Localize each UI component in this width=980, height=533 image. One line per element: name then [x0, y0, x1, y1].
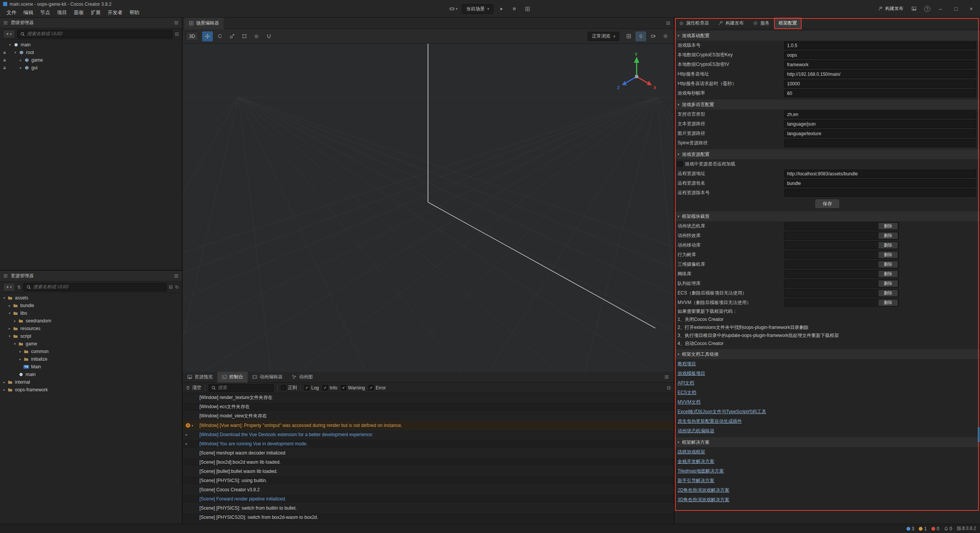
menu-item[interactable]: 文件 — [3, 9, 20, 16]
console-tab[interactable]: 动画图 — [287, 372, 317, 383]
field-input[interactable] — [784, 139, 976, 147]
screenshot-button[interactable] — [909, 4, 919, 14]
assets-add-button[interactable]: +▾ — [3, 283, 15, 291]
log-row[interactable]: ▸[Window] Download the Vue Devtools exte… — [183, 430, 674, 439]
layout-button[interactable] — [523, 4, 532, 14]
delete-button[interactable]: 删除 — [879, 261, 898, 268]
move-tool-button[interactable] — [202, 31, 213, 41]
assets-search-input[interactable]: 搜索名称或 UUID — [23, 283, 167, 291]
log-row[interactable]: [Scene] Forward render pipeline initiali… — [183, 494, 674, 504]
expand-arrow-icon[interactable]: ▸ — [7, 304, 12, 307]
section-header[interactable]: ▾游戏基础配置 — [675, 31, 980, 41]
log-row[interactable]: [Scene] [box2d]:box2d wasm lib loaded. — [183, 458, 674, 467]
scene-select-dropdown[interactable]: 当前场景▾ — [462, 4, 493, 14]
console-collapse-icon[interactable]: ⊟ — [667, 385, 671, 391]
collapse-arrow-icon[interactable]: ▾ — [13, 51, 18, 54]
expand-arrow-icon[interactable]: ▸ — [18, 357, 23, 361]
assets-collapse-icon[interactable]: ⊟ — [169, 284, 173, 290]
rotate-tool-button[interactable] — [214, 31, 225, 41]
console-filter-error[interactable]: Error — [369, 385, 386, 391]
log-row[interactable]: !▸[Window] [Vue warn]: Property "onInput… — [183, 421, 674, 430]
dimension-toggle-button[interactable]: 3D — [186, 32, 198, 41]
log-row[interactable]: [Scene] [PHYSICS]: switch from builtin t… — [183, 504, 674, 513]
delete-button[interactable]: 删除 — [879, 232, 898, 239]
preview-platform-button[interactable]: ▾ — [448, 4, 459, 14]
doc-link[interactable]: 新手引导解决方案 — [678, 477, 714, 484]
help-button[interactable]: ? — [924, 6, 930, 12]
assets-sort-icon[interactable]: ⇅ — [17, 284, 21, 290]
console-panel-menu-icon[interactable] — [664, 374, 669, 379]
delete-button[interactable]: 删除 — [879, 290, 898, 296]
log-row[interactable]: [Scene] meshopt wasm decoder initialized — [183, 448, 674, 458]
tree-row[interactable]: ▾libs — [0, 309, 182, 317]
expand-arrow-icon[interactable]: ▸ — [18, 66, 23, 70]
doc-link[interactable]: 2D角色扮演游戏解决方案 — [678, 487, 729, 494]
delete-button[interactable]: 删除 — [879, 242, 898, 249]
doc-link[interactable]: API文档 — [678, 380, 694, 386]
notification-bell[interactable]: 0 — [944, 526, 952, 531]
doc-link[interactable]: ECS文档 — [678, 389, 696, 396]
hierarchy-options-icon[interactable] — [174, 20, 179, 25]
delete-button[interactable]: 删除 — [879, 280, 898, 287]
build-publish-button[interactable]: 构建发布 — [878, 5, 903, 12]
inspector-scrollbar[interactable] — [978, 427, 980, 442]
console-filter-warning[interactable]: Warning — [341, 385, 365, 391]
doc-link[interactable]: Excel格式转Json文件与TypeScript代码工具 — [678, 409, 766, 415]
tree-row[interactable]: ▸resources — [0, 325, 182, 332]
console-regex-checkbox[interactable]: 正则 — [281, 384, 297, 391]
field-input[interactable]: language/json — [784, 120, 976, 128]
field-input[interactable]: oops — [784, 51, 976, 59]
field-input[interactable]: 60 — [784, 89, 976, 97]
log-row[interactable]: [Scene] [bullet]:bullet wasm lib loaded. — [183, 467, 674, 476]
tree-row[interactable]: ▸initialize — [0, 355, 182, 363]
log-row[interactable]: [Window] render_texture文件夹存在 — [183, 393, 674, 402]
play-button[interactable] — [497, 4, 506, 14]
window-maximize-button[interactable]: □ — [951, 6, 961, 12]
field-input[interactable]: http://localhost:8083/assets/bundle — [784, 170, 976, 178]
log-row[interactable]: [Window] model_view文件夹存在 — [183, 412, 674, 421]
field-input[interactable]: language/texture — [784, 129, 976, 137]
grid-toggle-button[interactable] — [623, 31, 634, 41]
expand-arrow-icon[interactable]: ▸ — [12, 319, 18, 323]
console-filter-info[interactable]: Info — [323, 385, 337, 391]
delete-button[interactable]: 删除 — [879, 299, 898, 306]
view-mode-dropdown[interactable]: 正常浏览▾ — [588, 32, 619, 41]
doc-link[interactable]: 动画状态机编辑器 — [678, 428, 714, 434]
collapse-arrow-icon[interactable]: ▾ — [12, 342, 18, 346]
scene-viewport[interactable]: Y X Z — [183, 44, 674, 372]
assets-refresh-icon[interactable]: ↻ — [175, 284, 179, 290]
collapse-arrow-icon[interactable]: ▾ — [7, 43, 13, 47]
section-header[interactable]: ▾框架解决方案 — [675, 437, 980, 447]
window-minimize-button[interactable]: – — [936, 6, 946, 12]
console-clear-button[interactable]: 清空 — [186, 384, 201, 391]
scene-panel-menu-icon[interactable] — [666, 21, 671, 26]
log-row[interactable]: [Scene] [PHYSICS]: using builtin. — [183, 476, 674, 485]
inspector-tab[interactable]: 构建发布 — [714, 18, 748, 29]
section-header[interactable]: ▾游戏资源配置 — [675, 149, 980, 159]
delete-button[interactable]: 删除 — [879, 223, 898, 229]
menu-item[interactable]: 扩展 — [87, 9, 104, 16]
inspector-tab[interactable]: 框架配置 — [774, 18, 802, 29]
field-input[interactable] — [784, 189, 976, 197]
hierarchy-search-input[interactable]: 搜索名称或 UUID — [17, 30, 173, 38]
light-toggle-button[interactable] — [635, 31, 646, 41]
tree-row[interactable]: ▾root — [0, 49, 182, 56]
snap-tool-button[interactable] — [263, 31, 274, 41]
tree-row[interactable]: ▸internal — [0, 378, 182, 386]
menu-item[interactable]: 节点 — [37, 9, 54, 16]
section-header[interactable]: ▾框架文档工具链接 — [675, 349, 980, 359]
tree-row[interactable]: ▸common — [0, 348, 182, 355]
log-row[interactable]: ▸[Window] You are running Vue in develop… — [183, 439, 674, 448]
delete-button[interactable]: 删除 — [879, 271, 898, 277]
collapse-arrow-icon[interactable]: ▾ — [2, 296, 7, 300]
tree-row[interactable]: ▸seedrandom — [0, 317, 182, 325]
log-row[interactable]: [Window] ecs文件夹存在 — [183, 402, 674, 412]
field-input[interactable]: framework — [784, 60, 976, 69]
rect-tool-button[interactable] — [239, 31, 250, 41]
pause-button[interactable] — [510, 4, 519, 14]
doc-link[interactable]: 全栈开发解决方案 — [678, 458, 714, 465]
doc-link[interactable]: MVVM文档 — [678, 399, 701, 405]
tree-row[interactable]: main — [0, 371, 182, 378]
tree-row[interactable]: ▾game — [0, 340, 182, 348]
menu-item[interactable]: 开发者 — [104, 9, 126, 16]
